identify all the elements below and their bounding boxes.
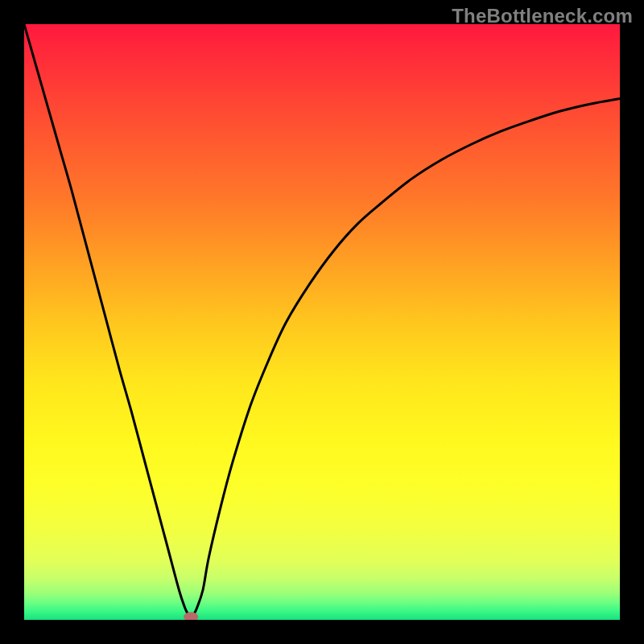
gradient-background xyxy=(24,24,620,620)
watermark-text: TheBottleneck.com xyxy=(452,5,633,27)
chart-container: TheBottleneck.com xyxy=(0,0,644,644)
plot-area xyxy=(24,24,620,620)
chart-svg xyxy=(24,24,620,620)
